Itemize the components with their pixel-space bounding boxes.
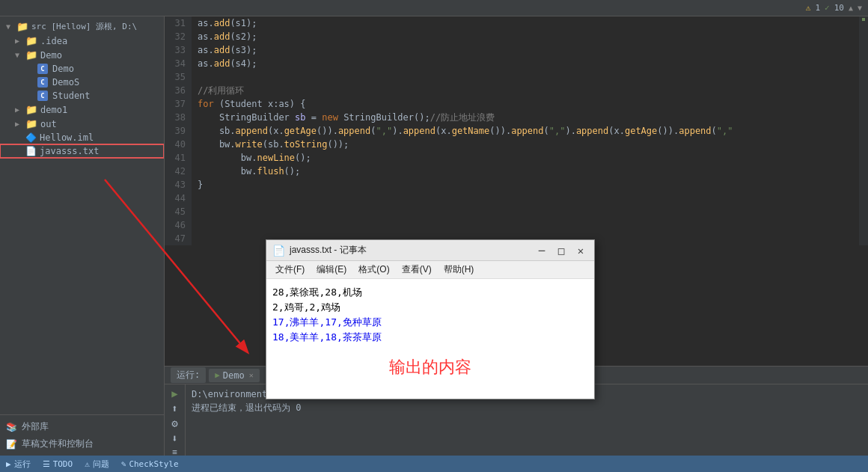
tree-label: src [Hellow] 源根, D:\ <box>31 21 137 32</box>
code-line-42: bw.flush(); <box>198 165 853 178</box>
folder-icon: 📁 <box>16 21 28 32</box>
expand-icon[interactable]: ▲ <box>849 4 853 12</box>
status-bar: ▶ 运行 ☰ TODO ⚠ 问题 ✎ CheckStyle <box>0 456 868 472</box>
code-lines: 31 32 33 34 35 36 37 38 39 40 41 42 43 4… <box>165 16 868 245</box>
notepad-titlebar: 📄 javasss.txt - 记事本 ─ □ ✕ <box>266 240 594 261</box>
code-line-45 <box>198 205 853 218</box>
tree-item-demo[interactable]: ▼ 📁 Demo <box>0 48 164 62</box>
tree-label-demo: Demo <box>40 50 62 61</box>
notepad-content-area[interactable]: 28,菜徐珉,28,机场 2,鸡哥,2,鸡场 17,沸羊羊,17,免种草原 18… <box>266 279 594 399</box>
warning-icon: ⚠ <box>806 3 811 13</box>
scroll-down-button[interactable]: ⬇ <box>168 432 183 444</box>
menu-view[interactable]: 查看(V) <box>396 262 438 278</box>
arrow-icon: ▶ <box>15 120 22 128</box>
notepad-title-text: javasss.txt - 记事本 <box>290 244 530 257</box>
tree-item-out[interactable]: ▶ 📁 out <box>0 117 164 131</box>
warning-count: 1 <box>815 3 820 13</box>
spacer: ▶ <box>27 92 34 100</box>
folder-icon: 📁 <box>25 49 37 61</box>
minimize-button[interactable]: ─ <box>534 243 549 258</box>
right-gutter <box>859 16 868 245</box>
check-icon: ✓ <box>825 3 830 13</box>
code-line-43: } <box>198 178 853 191</box>
line-numbers: 31 32 33 34 35 36 37 38 39 40 41 42 43 4… <box>165 16 192 245</box>
tree-label-student-class: Student <box>52 91 91 101</box>
run-status-icon: ▶ <box>6 459 11 469</box>
iml-icon: 🔷 <box>25 132 37 143</box>
tree-label-javasss-txt: javasss.txt <box>40 146 99 156</box>
todo-icon: ☰ <box>43 459 50 469</box>
notepad-line-1: 28,菜徐珉,28,机场 <box>272 285 588 300</box>
tree-item-demo-class[interactable]: ▶ C Demo <box>0 62 164 76</box>
tree-item-demos-class[interactable]: ▶ C DemoS <box>0 76 164 89</box>
library-icon: 📚 <box>6 422 17 432</box>
todo-label: TODO <box>53 459 73 469</box>
scratch-files-label: 草稿文件和控制台 <box>22 438 94 450</box>
run-exit-line: 进程已结束，退出代码为 0 <box>192 401 862 414</box>
notepad-title-icon: 📄 <box>272 245 285 257</box>
tree-label-out: out <box>40 119 57 129</box>
tree-label-demo1: demo1 <box>40 105 67 115</box>
code-line-46 <box>198 218 853 232</box>
external-libraries-label: 外部库 <box>22 420 49 433</box>
java-class-icon: C <box>37 91 48 101</box>
arrow-icon: ▶ <box>15 37 22 45</box>
tree-item-javasss-txt[interactable]: ▶ 📄 javasss.txt <box>0 144 164 158</box>
tree-label-demo-class: Demo <box>52 64 74 74</box>
maximize-button[interactable]: □ <box>554 243 569 258</box>
notepad-line-2: 2,鸡哥,2,鸡场 <box>272 300 588 315</box>
code-line-36: //利用循环 <box>198 84 853 97</box>
menu-file[interactable]: 文件(F) <box>269 262 311 278</box>
demo-icon: ▶ <box>215 370 220 380</box>
checkstyle-label: CheckStyle <box>129 459 178 469</box>
run-tab-label: 运行: <box>177 369 200 381</box>
menu-help[interactable]: 帮助(H) <box>438 262 480 278</box>
scratch-files-item[interactable]: 📝 草稿文件和控制台 <box>0 435 164 453</box>
sidebar-extra: 📚 外部库 📝 草稿文件和控制台 <box>0 414 164 456</box>
check-count: 10 <box>834 3 844 13</box>
folder-icon: 📁 <box>25 118 37 129</box>
status-checkstyle[interactable]: ✎ CheckStyle <box>121 459 179 469</box>
menu-edit[interactable]: 编辑(E) <box>311 262 352 278</box>
demo-tab-label: Demo <box>223 370 245 381</box>
tree-item-student-class[interactable]: ▶ C Student <box>0 89 164 102</box>
collapse-icon[interactable]: ▼ <box>858 4 862 12</box>
sidebar: ▼ 📁 src [Hellow] 源根, D:\ ▶ 📁 .idea ▼ 📁 D… <box>0 16 165 456</box>
java-class-icon: C <box>37 77 48 88</box>
java-class-icon: C <box>37 64 48 74</box>
code-line-41: bw.newLine(); <box>198 151 853 165</box>
wrap-button[interactable]: ≡ <box>168 447 183 456</box>
tree-item-demo1[interactable]: ▶ 📁 demo1 <box>0 102 164 117</box>
status-problems[interactable]: ⚠ 问题 <box>85 459 109 470</box>
code-line-33: as.add(s3); <box>198 43 853 57</box>
folder-icon: 📁 <box>25 104 37 115</box>
code-body: as.add(s1); as.add(s2); as.add(s3); as.a… <box>192 16 859 245</box>
tree-item-src-root[interactable]: ▼ 📁 src [Hellow] 源根, D:\ <box>0 19 164 34</box>
problems-label: 问题 <box>93 459 109 470</box>
code-line-40: bw.write(sb.toString()); <box>198 138 853 151</box>
arrow-icon: ▼ <box>15 51 22 59</box>
play-button[interactable]: ▶ <box>168 387 183 399</box>
close-tab-icon[interactable]: ✕ <box>249 371 254 379</box>
tree-item-idea[interactable]: ▶ 📁 .idea <box>0 34 164 48</box>
status-todo[interactable]: ☰ TODO <box>43 459 73 469</box>
close-button[interactable]: ✕ <box>573 243 588 258</box>
gutter-mark <box>862 18 865 21</box>
status-run[interactable]: ▶ 运行 <box>6 459 31 470</box>
tab-demo[interactable]: ▶ Demo ✕ <box>209 369 260 382</box>
run-toolbar: ▶ ⬆ ⚙ ⬇ ≡ ⊟ 🖨 <box>165 384 186 456</box>
notepad-menubar: 文件(F) 编辑(E) 格式(O) 查看(V) 帮助(H) <box>266 261 594 279</box>
menu-format[interactable]: 格式(O) <box>352 262 395 278</box>
arrow-icon: ▼ <box>6 22 13 31</box>
external-libraries-item[interactable]: 📚 外部库 <box>0 418 164 435</box>
tree-item-hellow-iml[interactable]: ▶ 🔷 Hellow.iml <box>0 131 164 144</box>
run-status-label: 运行 <box>14 459 31 470</box>
tab-run[interactable]: 运行: <box>171 367 206 383</box>
stop-button[interactable]: ⬆ <box>168 402 183 414</box>
code-line-32: as.add(s2); <box>198 30 853 43</box>
folder-blue-icon: 📁 <box>25 35 37 46</box>
code-line-35 <box>198 70 853 84</box>
checkstyle-icon: ✎ <box>121 459 126 469</box>
settings-button[interactable]: ⚙ <box>168 417 183 429</box>
notepad-line-3: 17,沸羊羊,17,免种草原 <box>272 315 588 330</box>
